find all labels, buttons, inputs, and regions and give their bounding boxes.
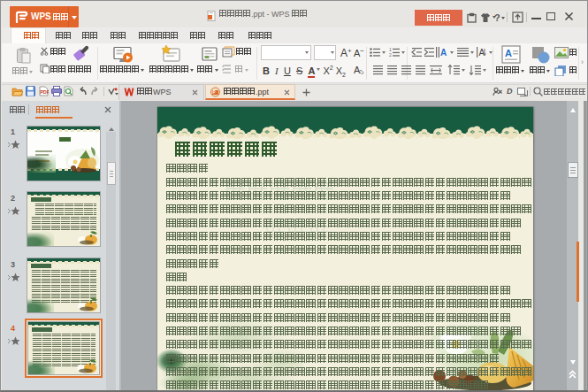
- svg-text:2: 2: [389, 52, 392, 57]
- svg-text:PDF: PDF: [40, 89, 49, 95]
- svg-text:A: A: [440, 48, 447, 58]
- svg-text:A: A: [354, 65, 361, 75]
- svg-text:A: A: [505, 48, 512, 58]
- svg-text:A: A: [479, 48, 485, 58]
- svg-text:P: P: [213, 90, 216, 95]
